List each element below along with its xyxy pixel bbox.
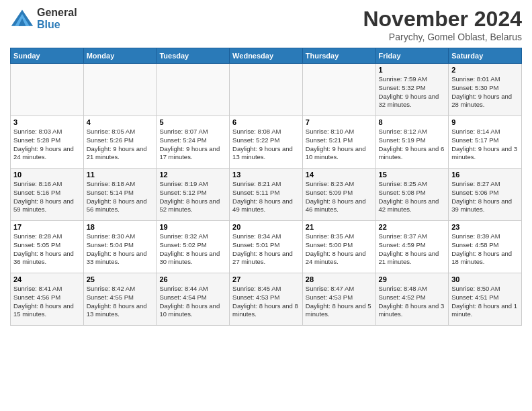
calendar-cell: 2Sunrise: 8:01 AM Sunset: 5:30 PM Daylig… <box>449 64 522 116</box>
calendar-cell: 26Sunrise: 8:44 AM Sunset: 4:54 PM Dayli… <box>157 273 230 326</box>
day-info: Sunrise: 8:37 AM Sunset: 4:59 PM Dayligh… <box>379 232 446 267</box>
calendar-cell: 13Sunrise: 8:21 AM Sunset: 5:11 PM Dayli… <box>230 169 303 221</box>
day-info: Sunrise: 8:10 AM Sunset: 5:21 PM Dayligh… <box>306 128 373 162</box>
calendar-cell: 3Sunrise: 8:03 AM Sunset: 5:28 PM Daylig… <box>11 116 84 169</box>
calendar-cell: 12Sunrise: 8:19 AM Sunset: 5:12 PM Dayli… <box>157 169 230 221</box>
calendar-cell: 20Sunrise: 8:34 AM Sunset: 5:01 PM Dayli… <box>230 221 303 273</box>
logo-text: General Blue <box>37 7 77 30</box>
title-section: November 2024 Parychy, Gomel Oblast, Bel… <box>363 7 522 42</box>
calendar-cell: 1Sunrise: 7:59 AM Sunset: 5:32 PM Daylig… <box>375 64 449 116</box>
header-saturday: Saturday <box>449 48 522 64</box>
header-monday: Monday <box>83 48 157 64</box>
calendar-cell: 11Sunrise: 8:18 AM Sunset: 5:14 PM Dayli… <box>83 169 157 221</box>
day-number: 2 <box>451 66 519 74</box>
day-info: Sunrise: 8:27 AM Sunset: 5:06 PM Dayligh… <box>451 180 519 214</box>
day-info: Sunrise: 8:21 AM Sunset: 5:11 PM Dayligh… <box>232 180 300 214</box>
header-tuesday: Tuesday <box>157 48 230 64</box>
day-number: 23 <box>451 223 519 231</box>
month-title: November 2024 <box>363 7 522 32</box>
day-info: Sunrise: 8:19 AM Sunset: 5:12 PM Dayligh… <box>159 180 226 214</box>
day-number: 26 <box>159 275 226 283</box>
page-header: General Blue November 2024 Parychy, Gome… <box>10 7 522 42</box>
header-thursday: Thursday <box>302 48 375 64</box>
day-info: Sunrise: 8:32 AM Sunset: 5:02 PM Dayligh… <box>159 232 226 267</box>
calendar-cell: 23Sunrise: 8:39 AM Sunset: 4:58 PM Dayli… <box>449 221 522 273</box>
day-info: Sunrise: 8:12 AM Sunset: 5:19 PM Dayligh… <box>379 128 446 162</box>
calendar-cell: 9Sunrise: 8:14 AM Sunset: 5:17 PM Daylig… <box>449 116 522 169</box>
logo-icon <box>10 7 34 31</box>
calendar-cell: 7Sunrise: 8:10 AM Sunset: 5:21 PM Daylig… <box>302 116 375 169</box>
day-info: Sunrise: 8:41 AM Sunset: 4:56 PM Dayligh… <box>13 285 81 319</box>
day-number: 1 <box>379 66 446 74</box>
day-info: Sunrise: 8:35 AM Sunset: 5:00 PM Dayligh… <box>306 232 373 267</box>
calendar-week-4: 17Sunrise: 8:28 AM Sunset: 5:05 PM Dayli… <box>11 221 522 273</box>
day-number: 21 <box>306 223 373 231</box>
calendar-cell: 24Sunrise: 8:41 AM Sunset: 4:56 PM Dayli… <box>11 273 84 326</box>
day-info: Sunrise: 8:14 AM Sunset: 5:17 PM Dayligh… <box>451 128 519 162</box>
day-number: 11 <box>87 171 154 179</box>
day-number: 9 <box>451 118 519 126</box>
calendar-week-3: 10Sunrise: 8:16 AM Sunset: 5:16 PM Dayli… <box>11 169 522 221</box>
day-number: 14 <box>306 171 373 179</box>
calendar-cell <box>157 64 230 116</box>
day-number: 15 <box>379 171 446 179</box>
calendar-cell <box>302 64 375 116</box>
day-info: Sunrise: 8:42 AM Sunset: 4:55 PM Dayligh… <box>87 285 154 319</box>
day-info: Sunrise: 8:25 AM Sunset: 5:08 PM Dayligh… <box>379 180 446 214</box>
calendar-cell: 14Sunrise: 8:23 AM Sunset: 5:09 PM Dayli… <box>302 169 375 221</box>
day-number: 22 <box>379 223 446 231</box>
day-number: 25 <box>87 275 154 283</box>
day-info: Sunrise: 8:23 AM Sunset: 5:09 PM Dayligh… <box>306 180 373 214</box>
calendar-cell: 28Sunrise: 8:47 AM Sunset: 4:53 PM Dayli… <box>302 273 375 326</box>
header-row: Sunday Monday Tuesday Wednesday Thursday… <box>11 48 522 64</box>
header-sunday: Sunday <box>11 48 84 64</box>
calendar-cell <box>230 64 303 116</box>
day-number: 18 <box>87 223 154 231</box>
calendar-cell: 19Sunrise: 8:32 AM Sunset: 5:02 PM Dayli… <box>157 221 230 273</box>
calendar-cell: 10Sunrise: 8:16 AM Sunset: 5:16 PM Dayli… <box>11 169 84 221</box>
day-number: 19 <box>159 223 226 231</box>
calendar-week-5: 24Sunrise: 8:41 AM Sunset: 4:56 PM Dayli… <box>11 273 522 326</box>
calendar-cell: 5Sunrise: 8:07 AM Sunset: 5:24 PM Daylig… <box>157 116 230 169</box>
day-info: Sunrise: 8:44 AM Sunset: 4:54 PM Dayligh… <box>159 285 226 319</box>
logo-general: General <box>37 7 77 19</box>
day-info: Sunrise: 7:59 AM Sunset: 5:32 PM Dayligh… <box>379 75 446 109</box>
day-number: 13 <box>232 171 300 179</box>
day-info: Sunrise: 8:47 AM Sunset: 4:53 PM Dayligh… <box>306 285 373 319</box>
day-number: 10 <box>13 171 81 179</box>
calendar-cell: 6Sunrise: 8:08 AM Sunset: 5:22 PM Daylig… <box>230 116 303 169</box>
calendar-cell: 8Sunrise: 8:12 AM Sunset: 5:19 PM Daylig… <box>375 116 449 169</box>
page-container: General Blue November 2024 Parychy, Gome… <box>0 0 532 329</box>
calendar-cell: 21Sunrise: 8:35 AM Sunset: 5:00 PM Dayli… <box>302 221 375 273</box>
day-info: Sunrise: 8:01 AM Sunset: 5:30 PM Dayligh… <box>451 75 519 109</box>
day-info: Sunrise: 8:39 AM Sunset: 4:58 PM Dayligh… <box>451 232 519 267</box>
calendar-header: Sunday Monday Tuesday Wednesday Thursday… <box>11 48 522 64</box>
calendar-cell: 16Sunrise: 8:27 AM Sunset: 5:06 PM Dayli… <box>449 169 522 221</box>
calendar-body: 1Sunrise: 7:59 AM Sunset: 5:32 PM Daylig… <box>11 64 522 326</box>
day-number: 17 <box>13 223 81 231</box>
calendar-week-1: 1Sunrise: 7:59 AM Sunset: 5:32 PM Daylig… <box>11 64 522 116</box>
day-info: Sunrise: 8:45 AM Sunset: 4:53 PM Dayligh… <box>232 285 300 319</box>
calendar-cell: 17Sunrise: 8:28 AM Sunset: 5:05 PM Dayli… <box>11 221 84 273</box>
day-info: Sunrise: 8:18 AM Sunset: 5:14 PM Dayligh… <box>87 180 154 214</box>
day-number: 29 <box>379 275 446 283</box>
calendar-week-2: 3Sunrise: 8:03 AM Sunset: 5:28 PM Daylig… <box>11 116 522 169</box>
calendar-cell: 4Sunrise: 8:05 AM Sunset: 5:26 PM Daylig… <box>83 116 157 169</box>
day-number: 28 <box>306 275 373 283</box>
day-info: Sunrise: 8:28 AM Sunset: 5:05 PM Dayligh… <box>13 232 81 267</box>
header-wednesday: Wednesday <box>230 48 303 64</box>
calendar-cell: 29Sunrise: 8:48 AM Sunset: 4:52 PM Dayli… <box>375 273 449 326</box>
calendar-cell: 22Sunrise: 8:37 AM Sunset: 4:59 PM Dayli… <box>375 221 449 273</box>
calendar-cell <box>11 64 84 116</box>
day-number: 6 <box>232 118 300 126</box>
location: Parychy, Gomel Oblast, Belarus <box>363 32 522 42</box>
day-number: 20 <box>232 223 300 231</box>
day-number: 24 <box>13 275 81 283</box>
day-info: Sunrise: 8:07 AM Sunset: 5:24 PM Dayligh… <box>159 128 226 162</box>
day-number: 16 <box>451 171 519 179</box>
logo: General Blue <box>10 7 77 31</box>
day-info: Sunrise: 8:34 AM Sunset: 5:01 PM Dayligh… <box>232 232 300 267</box>
day-info: Sunrise: 8:48 AM Sunset: 4:52 PM Dayligh… <box>379 285 446 319</box>
day-number: 27 <box>232 275 300 283</box>
calendar-cell: 18Sunrise: 8:30 AM Sunset: 5:04 PM Dayli… <box>83 221 157 273</box>
